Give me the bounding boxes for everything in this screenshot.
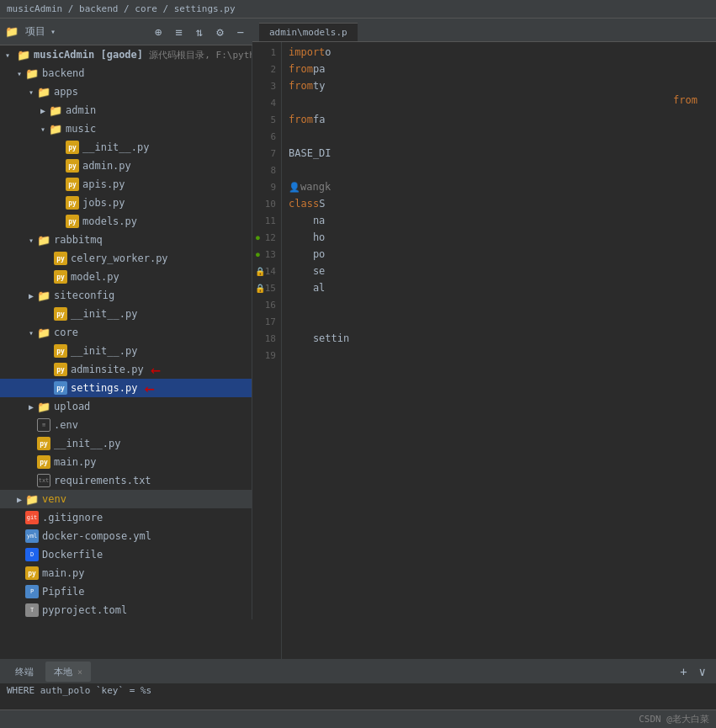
apps-folder-icon: 📁 [37, 86, 50, 98]
tree-item-admin[interactable]: ▶ 📁 admin [0, 101, 252, 120]
tree-item-admin-py[interactable]: ▶ py admin.py [0, 157, 252, 175]
tree-item-upload[interactable]: ▶ 📁 upload [0, 397, 252, 416]
from-keyword-edge: from [673, 94, 697, 106]
init-root-icon: py [37, 437, 50, 450]
models-py-label: models.py [82, 215, 137, 227]
line-13: 13 [252, 246, 281, 263]
bottom-tabs: 终端 本地 × + ∨ [0, 660, 716, 683]
tree-item-init-music[interactable]: ▶ py __init__.py [0, 138, 252, 157]
title-bar-path: musicAdmin / backend / core / settings.p… [7, 3, 236, 14]
main-root-icon: py [25, 566, 39, 580]
close-tab-icon[interactable]: × [77, 667, 82, 677]
tree-item-core[interactable]: ▾ 📁 core [0, 323, 252, 342]
project-label: 项目 [25, 24, 45, 39]
list-icon[interactable]: ≡ [172, 24, 185, 40]
tree-item-docker-compose[interactable]: ▶ yml docker-compose.yml [0, 527, 252, 545]
apis-py-icon: py [66, 178, 79, 191]
tree-item-celery-worker[interactable]: ▶ py celery_worker.py [0, 249, 252, 268]
status-bar: CSDN @老大白菜 [0, 709, 716, 728]
init-backend-icon: py [54, 307, 67, 321]
line-11: 11 [252, 212, 281, 229]
sidebar-wrapper: 📁 项目 ▾ ⊕ ≡ ⇅ ⚙ − ▾ 📁 musicAdmin [gaode] [0, 19, 252, 659]
rabbitmq-folder-icon: 📁 [37, 234, 50, 247]
globe-icon[interactable]: ⊕ [151, 24, 165, 40]
pipfile-icon: P [25, 585, 39, 598]
code-line-17 [289, 313, 709, 330]
tree-item-apps[interactable]: ▾ 📁 apps [0, 82, 252, 101]
line-7: 7 [252, 145, 281, 162]
tab-terminal[interactable]: 终端 [7, 662, 42, 682]
gear-icon[interactable]: ⚙ [213, 24, 226, 40]
tree-item-pipfile[interactable]: ▶ P Pipfile [0, 582, 252, 601]
minimize-icon[interactable]: − [234, 24, 247, 40]
from-label-edge: from [670, 88, 716, 112]
core-folder-icon: 📁 [37, 327, 50, 339]
celery-worker-icon: py [54, 252, 67, 265]
tree-item-venv[interactable]: ▶ 📁 venv [0, 490, 252, 508]
tree-item-init-backend[interactable]: ▶ py __init__.py [0, 305, 252, 323]
line-17: 17 [252, 313, 281, 330]
tree-item-jobs-py[interactable]: ▶ py jobs.py [0, 194, 252, 212]
bottom-panel: 终端 本地 × + ∨ WHERE auth_polo `key` = %s [0, 659, 716, 709]
chevron-down-icon[interactable]: ∨ [696, 663, 709, 680]
tree-item-adminsite-py[interactable]: ▶ py adminsite.py ← [0, 360, 252, 379]
kw-class: class [289, 198, 319, 210]
code-content: import o from pa from ty from [282, 42, 716, 659]
tree-item-models-py[interactable]: ▶ py models.py [0, 212, 252, 231]
line-8: 8 [252, 162, 281, 178]
editor-tab-active[interactable]: admin\models.p [259, 23, 358, 41]
upload-arrow: ▶ [25, 402, 37, 412]
tree-item-gitignore[interactable]: ▶ git .gitignore [0, 508, 252, 527]
tree-item-env[interactable]: ▶ ≡ .env [0, 416, 252, 434]
tree-item-siteconfig[interactable]: ▶ 📁 siteconfig [0, 286, 252, 305]
class-name-s: S [319, 198, 325, 210]
main-root-label: main.py [42, 567, 85, 579]
user-annotation: 👤 [289, 182, 300, 193]
kw-from-2: from [289, 63, 313, 75]
sort-icon[interactable]: ⇅ [193, 24, 206, 40]
dockerfile-icon: D [25, 548, 39, 561]
tree-item-init-core[interactable]: ▶ py __init__.py [0, 342, 252, 360]
venv-folder-icon: 📁 [25, 493, 39, 506]
watermark-text: CSDN @老大白菜 [639, 713, 709, 725]
code-line-19 [289, 347, 709, 364]
wangk-text: wangk [300, 181, 331, 193]
core-arrow: ▾ [25, 328, 37, 337]
init-music-icon: py [66, 141, 79, 154]
editor-tabs: admin\models.p [252, 19, 716, 42]
tree-root[interactable]: ▾ 📁 musicAdmin [gaode] 源代码根目录, F:\python… [0, 45, 252, 64]
project-dropdown-icon[interactable]: ▾ [50, 27, 56, 36]
tree-item-main-backend[interactable]: ▶ py main.py [0, 453, 252, 471]
settings-py-icon: py [54, 381, 67, 395]
venv-arrow: ▶ [13, 495, 25, 504]
add-terminal-icon[interactable]: + [676, 663, 690, 680]
admin-folder-icon: 📁 [49, 104, 62, 117]
base-dir-var: BASE_DI [289, 147, 331, 159]
line-numbers: 1 2 3 4 5 6 7 8 9 10 11 12 13 🔒 14 🔒 [252, 42, 282, 659]
tree-item-pyproject[interactable]: ▶ T pyproject.toml [0, 601, 252, 619]
main-content: 📁 项目 ▾ ⊕ ≡ ⇅ ⚙ − ▾ 📁 musicAdmin [gaode] [0, 19, 716, 659]
tree-item-settings-py[interactable]: ▶ py settings.py ← [0, 379, 252, 397]
tree-item-rabbitmq[interactable]: ▾ 📁 rabbitmq [0, 231, 252, 249]
pipfile-label: Pipfile [42, 586, 85, 598]
tree-item-requirements[interactable]: ▶ txt requirements.txt [0, 471, 252, 490]
apis-py-label: apis.py [82, 178, 125, 190]
tree-item-model-py[interactable]: ▶ py model.py [0, 268, 252, 286]
tree-item-dockerfile[interactable]: ▶ D Dockerfile [0, 545, 252, 564]
file-tree: ▾ 📁 musicAdmin [gaode] 源代码根目录, F:\python… [0, 45, 252, 619]
tree-item-apis-py[interactable]: ▶ py apis.py [0, 175, 252, 194]
tree-item-main-root[interactable]: ▶ py main.py [0, 564, 252, 582]
tree-item-music[interactable]: ▾ 📁 music [0, 120, 252, 138]
code-view: 1 2 3 4 5 6 7 8 9 10 11 12 13 🔒 14 🔒 [252, 42, 716, 659]
code-line-6 [289, 128, 709, 145]
code-line-9: 👤 wangk [289, 178, 709, 195]
toolbar-right: ⊕ ≡ ⇅ ⚙ − [151, 24, 247, 40]
code-line-13: po [289, 246, 709, 263]
adminsite-py-icon: py [54, 363, 67, 376]
line-1: 1 [252, 44, 281, 61]
tree-item-backend[interactable]: ▾ 📁 backend [0, 64, 252, 82]
code-line-10: class S [289, 195, 709, 212]
kw-from-5: from [289, 114, 313, 125]
tree-item-init-root[interactable]: ▶ py __init__.py [0, 434, 252, 453]
tab-local[interactable]: 本地 × [45, 662, 91, 682]
